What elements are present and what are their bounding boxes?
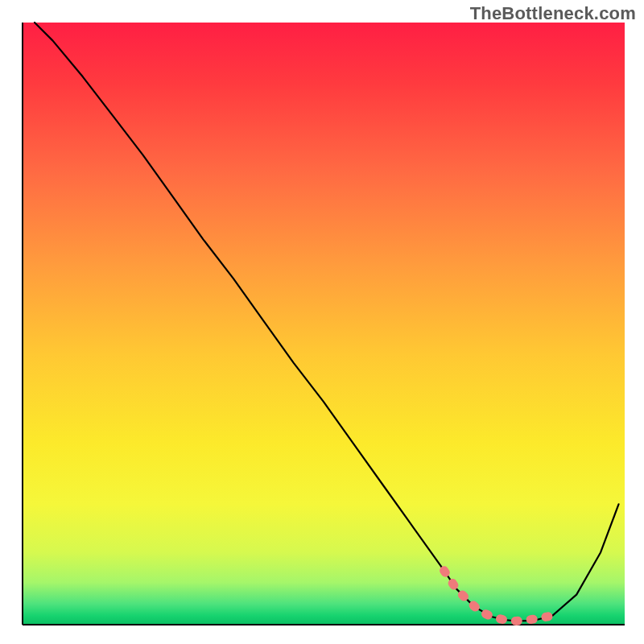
plot-area — [23, 23, 625, 625]
bottleneck-chart — [0, 0, 644, 644]
chart-container: TheBottleneck.com — [0, 0, 644, 644]
watermark-text: TheBottleneck.com — [470, 3, 636, 24]
